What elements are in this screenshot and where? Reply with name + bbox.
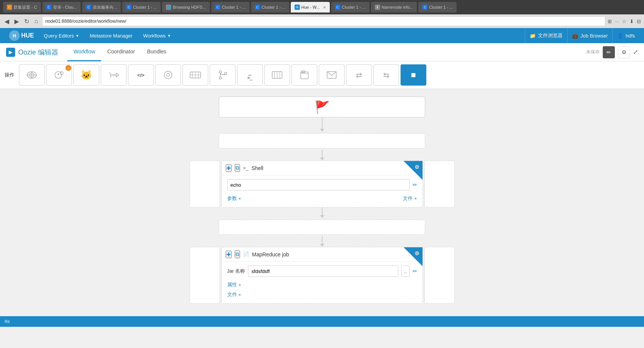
tool-generic-wrapper: ⇆ (373, 64, 399, 86)
arrow-3 (320, 215, 324, 218)
shell-settings-gear-icon[interactable]: ⚙ (415, 164, 419, 170)
shell-action-node: ⚙ ✚ ⧉ >_ Shell ✕ ✏ 参数 + (221, 161, 423, 208)
tool-distcp-button[interactable] (101, 64, 126, 86)
mapreduce-icon (189, 70, 201, 80)
mapreduce-properties-link[interactable]: 属性 + (227, 281, 417, 288)
browser-tab-2[interactable]: C 登录 - Clou... (42, 2, 81, 12)
tab5-favicon: 🌐 (166, 5, 171, 10)
tab-bundles[interactable]: Bundles (141, 43, 173, 61)
nav-user[interactable]: 👤 hdfs (612, 28, 639, 43)
mapreduce-files-link[interactable]: 文件 + (227, 291, 417, 298)
tool-fs-button[interactable] (292, 64, 317, 86)
shell-action-header: ✚ ⧉ >_ Shell ✕ (222, 161, 423, 175)
tool-sqoop-wrapper: 🐱 (73, 64, 99, 86)
tool-git-button[interactable] (210, 64, 235, 86)
expand-button[interactable]: ⤢ (633, 48, 638, 56)
browser-tab-5[interactable]: 🌐 Browsing HDFS... (162, 2, 209, 12)
nav-query-editors[interactable]: Query Editors ▼ (39, 28, 84, 43)
workflows-arrow: ▼ (167, 34, 171, 38)
hive-icon (26, 69, 37, 81)
mapreduce-settings-triangle[interactable] (404, 247, 423, 285)
mapreduce-copy-button[interactable]: ⧉ (235, 250, 240, 258)
start-flag-icon: 🚩 (315, 100, 330, 114)
sidebar-icon[interactable]: ⊟ (637, 19, 641, 24)
connector-4 (322, 236, 323, 244)
query-editors-arrow: ▼ (75, 34, 79, 38)
connector-1 (322, 117, 323, 129)
file-icon: 📁 (530, 33, 536, 39)
shell-settings-triangle[interactable] (404, 161, 423, 199)
mapreduce-side-drop-left (190, 247, 220, 304)
browser-tab-7[interactable]: C Cluster 1 - ... (251, 2, 289, 12)
oozie-header: ▶ Oozie 编辑器 Workflow Coordinator Bundles… (0, 43, 644, 61)
url-icons: ⊞ ··· ☆ ⬇ ⊟ (608, 19, 641, 24)
browser-tab-1[interactable]: C 群集设置 - C (3, 2, 41, 12)
nav-job-browser[interactable]: 💼 Job Browser (567, 28, 612, 43)
tool-kill-button[interactable]: ■ (401, 64, 426, 86)
svg-marker-8 (116, 73, 119, 77)
tool-email-button[interactable] (319, 64, 345, 86)
mapreduce-action-header: ✚ ⧉ 📄 MapReduce job ✕ (222, 247, 423, 262)
tool-spark-button[interactable] (155, 64, 181, 86)
svg-point-11 (167, 73, 170, 76)
browser-tab-6[interactable]: C Cluster 1 - ... (211, 2, 249, 12)
tool-shell-button[interactable]: _ >_ (237, 64, 263, 86)
tab2-favicon: C (46, 5, 51, 10)
workflow-column: 🚩 ⚙ ✚ ⧉ >_ Shell ✕ (216, 97, 428, 309)
tool-fs-wrapper (292, 64, 317, 86)
tool-streaming-button[interactable] (264, 64, 290, 86)
shell-side-drop-left (190, 161, 220, 208)
tool-email-wrapper (319, 64, 345, 86)
browser-tab-11[interactable]: C Cluster 1 - ... (418, 2, 457, 12)
shell-params-link[interactable]: 参数 + (227, 195, 242, 202)
tool-mapreduce-button[interactable] (182, 64, 208, 86)
email-icon (326, 71, 337, 79)
nav-file-browser[interactable]: 📁 文件浏览器 (525, 28, 567, 43)
hue-logo[interactable]: H HUE (5, 30, 39, 41)
tab8-close[interactable]: ✕ (323, 5, 326, 9)
mapreduce-files-add-icon: + (239, 292, 242, 298)
mapreduce-settings-gear-icon[interactable]: ⚙ (415, 250, 419, 256)
tab-coordinator[interactable]: Coordinator (101, 43, 141, 61)
shell-cmd-input[interactable] (227, 179, 410, 190)
tool-spark-wrapper (155, 64, 181, 86)
jar-input[interactable] (248, 265, 398, 277)
mapreduce-add-button[interactable]: ✚ (226, 251, 232, 258)
browser-tab-3[interactable]: C 添加服务向... (82, 2, 121, 12)
home-button[interactable]: ⌂ (33, 17, 40, 25)
tab3-favicon: C (86, 5, 91, 10)
shell-copy-button[interactable]: ⧉ (235, 164, 240, 172)
tool-shell-wrapper: _ >_ (237, 64, 263, 86)
canvas-area: 🚩 ⚙ ✚ ⧉ >_ Shell ✕ (0, 89, 644, 316)
edit-button[interactable]: ✏ (603, 46, 615, 58)
forward-button[interactable]: ▶ (13, 17, 20, 26)
back-button[interactable]: ◀ (3, 17, 11, 26)
spark-icon (162, 69, 174, 81)
star-icon[interactable]: ☆ (622, 19, 627, 24)
connector-3 (322, 208, 323, 215)
tool-subworkflow-button[interactable]: ⇄ (346, 64, 372, 86)
browser-tab-10[interactable]: ℹ Namenode info... (371, 2, 417, 12)
mapreduce-files-row: 文件 + (227, 290, 417, 300)
url-input[interactable] (42, 16, 605, 26)
shell-params-add-icon: + (239, 196, 242, 201)
browser-tab-8[interactable]: H Hue - W... ✕ (291, 2, 330, 12)
shell-add-button[interactable]: ✚ (226, 164, 232, 172)
settings-button[interactable]: ⚙ (618, 46, 630, 58)
tool-java-button[interactable]: </> (128, 64, 154, 86)
tool-sqoop-button[interactable]: 🐱 (73, 64, 99, 86)
nav-metastore[interactable]: Metastore Manager (84, 28, 138, 43)
reload-button[interactable]: ↻ (23, 17, 31, 26)
workflow-start-node: 🚩 (219, 97, 425, 117)
shell-action-links: 参数 + 文件 + (227, 194, 417, 203)
tool-generic-button[interactable]: ⇆ (373, 64, 399, 86)
browser-tab-4[interactable]: C Cluster 1 - ... (122, 2, 161, 12)
shell-action-title: Shell (251, 165, 263, 171)
tool-hive-button[interactable] (19, 64, 45, 86)
tool-streaming-wrapper (264, 64, 290, 86)
nav-workflows[interactable]: Workflows ▼ (138, 28, 176, 43)
svg-point-19 (225, 72, 227, 75)
browser-tab-9[interactable]: C Cluster 1 - ... (331, 2, 370, 12)
tab9-favicon: C (335, 5, 340, 10)
tab-workflow[interactable]: Workflow (67, 43, 101, 61)
